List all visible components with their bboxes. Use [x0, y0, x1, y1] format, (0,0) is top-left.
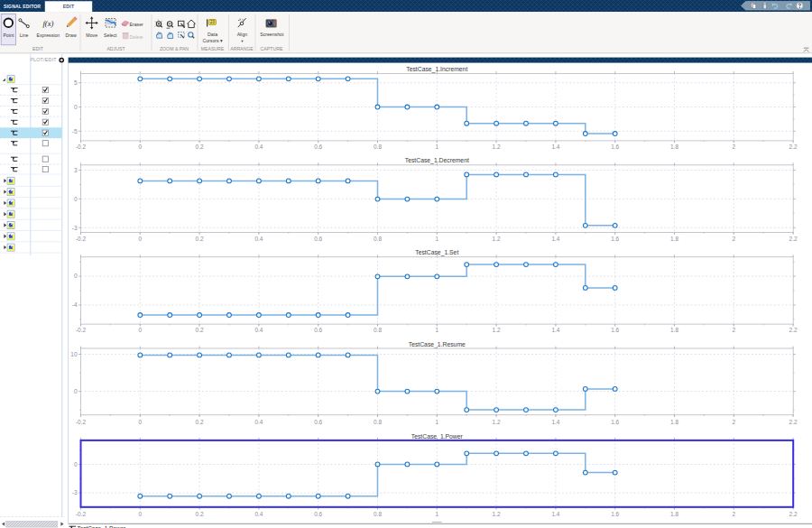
svg-text:0: 0	[138, 511, 142, 517]
svg-text:1.8: 1.8	[670, 144, 678, 150]
svg-text:Screenshot: Screenshot	[260, 32, 284, 37]
svg-text:2.2: 2.2	[789, 419, 798, 425]
svg-text:1.6: 1.6	[611, 236, 619, 242]
svg-text:CAPTURE: CAPTURE	[261, 46, 283, 51]
svg-text:2: 2	[732, 144, 735, 150]
svg-text:Select: Select	[104, 32, 117, 38]
svg-text:0.4: 0.4	[254, 327, 263, 333]
svg-text:EDIT: EDIT	[63, 4, 75, 9]
svg-text:0.4: 0.4	[254, 236, 263, 242]
svg-text:0.6: 0.6	[314, 236, 322, 242]
svg-text:2: 2	[732, 419, 735, 425]
svg-text:Cursors ▾: Cursors ▾	[202, 38, 223, 43]
svg-text:0.6: 0.6	[314, 511, 322, 517]
svg-text:1.6: 1.6	[611, 511, 619, 517]
svg-text:-0.2: -0.2	[76, 236, 87, 242]
svg-text:Expression: Expression	[37, 32, 60, 38]
svg-text:1.4: 1.4	[551, 144, 559, 150]
svg-text:PLOT/EDIT: PLOT/EDIT	[30, 57, 57, 62]
svg-text:0: 0	[74, 388, 78, 394]
svg-text:3: 3	[74, 167, 78, 173]
svg-text:1.6: 1.6	[611, 419, 619, 425]
svg-text:1.4: 1.4	[551, 327, 559, 333]
svg-text:0.8: 0.8	[374, 511, 382, 517]
svg-text:0.8: 0.8	[374, 327, 382, 333]
svg-text:0.4: 0.4	[254, 511, 263, 517]
svg-text:1.8: 1.8	[670, 327, 678, 333]
svg-text:0.8: 0.8	[374, 236, 382, 242]
svg-text:0.2: 0.2	[196, 236, 204, 242]
svg-text:-0.2: -0.2	[76, 511, 87, 517]
svg-text:-0.2: -0.2	[76, 327, 87, 333]
svg-text:f(x): f(x)	[42, 19, 53, 28]
svg-text:2: 2	[732, 511, 735, 517]
svg-text:1.8: 1.8	[670, 419, 678, 425]
svg-text:1: 1	[435, 144, 438, 150]
svg-text:1: 1	[435, 419, 438, 425]
svg-text:0: 0	[138, 419, 142, 425]
svg-text:MEASURE: MEASURE	[201, 46, 225, 51]
svg-text:0.2: 0.2	[196, 511, 204, 517]
svg-text:5: 5	[74, 79, 78, 86]
svg-text:EDIT: EDIT	[32, 46, 44, 51]
svg-text:0.6: 0.6	[314, 419, 322, 425]
svg-text:0: 0	[74, 461, 78, 468]
svg-text:1.4: 1.4	[551, 511, 559, 517]
svg-text:1.2: 1.2	[493, 419, 501, 425]
svg-text:0.4: 0.4	[254, 419, 263, 425]
svg-text:Line: Line	[20, 32, 29, 38]
svg-text:0: 0	[138, 144, 142, 150]
svg-text:ZOOM & PAN: ZOOM & PAN	[160, 46, 189, 51]
svg-text:1.4: 1.4	[551, 419, 559, 425]
svg-text:0.8: 0.8	[374, 144, 382, 150]
svg-text:23: 23	[210, 20, 216, 24]
svg-text:0.2: 0.2	[196, 419, 204, 425]
svg-text:2.2: 2.2	[789, 327, 798, 333]
svg-text:0.6: 0.6	[314, 144, 322, 150]
svg-text:-0.2: -0.2	[76, 419, 87, 425]
svg-text:-5: -5	[72, 128, 78, 134]
svg-text:0: 0	[138, 327, 142, 333]
svg-text:Align: Align	[237, 32, 248, 37]
svg-text:0.4: 0.4	[254, 144, 263, 150]
svg-text:2.2: 2.2	[789, 144, 798, 150]
svg-text:1.6: 1.6	[611, 144, 619, 150]
svg-text:-3: -3	[72, 489, 78, 496]
svg-text:-0.2: -0.2	[76, 144, 87, 150]
svg-text:1.2: 1.2	[493, 236, 501, 242]
svg-text:2.2: 2.2	[789, 511, 798, 517]
svg-text:1.2: 1.2	[493, 327, 501, 333]
svg-text:Draw: Draw	[66, 32, 77, 38]
svg-text:Eraser: Eraser	[130, 22, 144, 27]
svg-text:0.8: 0.8	[374, 419, 382, 425]
svg-text:-4: -4	[72, 301, 78, 308]
svg-text:1.8: 1.8	[670, 511, 678, 517]
svg-text:ADJUST: ADJUST	[106, 46, 125, 51]
svg-text:1: 1	[435, 327, 438, 333]
svg-text:2.2: 2.2	[789, 236, 798, 242]
svg-text:0: 0	[74, 104, 78, 110]
svg-text:0.2: 0.2	[196, 327, 204, 333]
svg-text:Move: Move	[86, 32, 97, 38]
svg-text:1.6: 1.6	[611, 327, 619, 333]
svg-text:2: 2	[732, 327, 735, 333]
svg-text:1.8: 1.8	[670, 236, 678, 242]
svg-text:SIGNAL EDITOR: SIGNAL EDITOR	[4, 4, 41, 9]
svg-text:1.2: 1.2	[493, 144, 501, 150]
svg-text:10: 10	[70, 351, 78, 357]
svg-text:-3: -3	[72, 225, 78, 231]
svg-text:1.4: 1.4	[551, 236, 559, 242]
svg-text:1: 1	[435, 236, 438, 242]
svg-text:Data: Data	[208, 32, 217, 37]
svg-text:1: 1	[435, 511, 438, 517]
svg-text:2: 2	[732, 236, 735, 242]
svg-text:0: 0	[138, 236, 142, 242]
svg-text:0: 0	[74, 196, 78, 202]
svg-text:0.6: 0.6	[314, 327, 322, 333]
svg-text:0.2: 0.2	[196, 144, 204, 150]
svg-text:1.2: 1.2	[493, 511, 501, 517]
svg-text:0: 0	[74, 273, 78, 279]
svg-text:Delete: Delete	[130, 34, 143, 40]
svg-text:Point: Point	[4, 32, 14, 38]
svg-text:ARRANGE: ARRANGE	[230, 46, 254, 51]
